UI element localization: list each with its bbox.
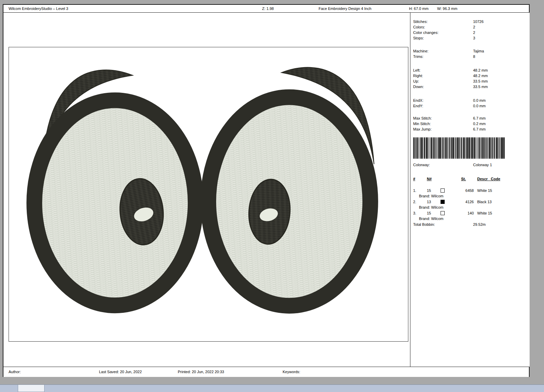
thread-descr: Black 13 <box>477 199 492 205</box>
info-value: 33.5 mm <box>473 78 488 84</box>
thread-num: 3. <box>413 210 416 216</box>
thread-stitches: 140 <box>455 210 474 216</box>
info-row-colors: Colors: 2 <box>410 24 530 30</box>
info-row-up: Up: 33.5 mm <box>410 78 530 84</box>
info-value: 0.0 mm <box>473 98 486 103</box>
colorway-value: Colorway 1 <box>473 162 492 168</box>
info-value: 8 <box>473 54 475 59</box>
page-tab[interactable] <box>18 385 45 392</box>
info-value: 2 <box>473 24 475 30</box>
zoom-level: Z: 1.98 <box>262 7 274 11</box>
total-bobbin-label: Total Bobbin: <box>413 222 435 226</box>
info-label: Down: <box>413 85 424 89</box>
info-row-max-stitch: Max Stitch: 6.7 mm <box>410 115 530 121</box>
design-width: W: 96.3 mm <box>437 7 457 11</box>
info-value: 48.2 mm <box>473 73 488 78</box>
col-header-descr: Descr _Code <box>477 176 500 182</box>
thread-table-header: # N# St. Descr _Code <box>410 176 530 182</box>
info-value: 2 <box>473 30 475 35</box>
total-bobbin-row: Total Bobbin: 29.52m <box>410 222 530 227</box>
info-label: Stops: <box>413 36 424 40</box>
thread-n: 15 <box>427 188 431 193</box>
bottom-bar <box>0 384 544 392</box>
info-row-stitches: Stitches: 10726 <box>410 19 530 24</box>
print-preview-page: Wilcom EmbroideryStudio – Level 3 Z: 1.9… <box>3 4 530 377</box>
thread-brand: Brand: Wilcom <box>410 216 530 222</box>
author-label: Author: <box>9 370 21 374</box>
info-panel: Stitches: 10726 Colors: 2 Color changes:… <box>410 13 530 367</box>
info-value: Tajima <box>473 48 484 54</box>
info-label: EndX: <box>413 98 423 102</box>
total-bobbin-value: 29.52m <box>473 222 486 227</box>
embroidery-design-graphic <box>9 47 408 341</box>
info-value: 10726 <box>473 19 484 24</box>
thread-descr: White 15 <box>477 210 492 216</box>
header-bar: Wilcom EmbroideryStudio – Level 3 Z: 1.9… <box>3 5 529 13</box>
info-row-endy: EndY: 0.0 mm <box>410 103 530 109</box>
col-header-n: N# <box>427 176 432 182</box>
info-label: Up: <box>413 79 419 83</box>
barcode <box>413 137 506 159</box>
info-label: Machine: <box>413 49 429 53</box>
info-value: 6.7 mm <box>473 115 486 121</box>
thread-stitches: 6458 <box>455 188 474 193</box>
col-header-num: # <box>413 176 415 182</box>
thread-n: 15 <box>427 210 431 216</box>
thread-num: 2. <box>413 199 416 205</box>
design-canvas <box>9 47 408 342</box>
info-label: Colors: <box>413 25 425 29</box>
left-eye <box>34 100 196 306</box>
info-value: 6.7 mm <box>473 126 486 132</box>
info-label: Max Jump: <box>413 127 432 131</box>
info-value: 33.5 mm <box>473 84 488 89</box>
thread-brand: Brand: Wilcom <box>410 193 530 199</box>
info-value: 0.2 mm <box>473 121 486 126</box>
thread-num: 1. <box>413 188 416 193</box>
app-title: Wilcom EmbroideryStudio – Level 3 <box>9 7 68 11</box>
last-saved-label: Last Saved: 20 Jun, 2022 <box>99 370 142 374</box>
info-row-min-stitch: Min Stitch: 0.2 mm <box>410 121 530 126</box>
thread-color-swatch <box>441 200 445 204</box>
info-value: 3 <box>473 35 475 41</box>
info-value: 0.0 mm <box>473 103 486 109</box>
info-label: Right: <box>413 74 423 78</box>
info-label: Stitches: <box>413 20 428 24</box>
footer-bar: Author: Last Saved: 20 Jun, 2022 Printed… <box>3 367 529 377</box>
info-label: Min Stitch: <box>413 122 431 126</box>
info-row-machine: Machine: Tajima <box>410 48 530 54</box>
design-height: H: 67.0 mm <box>409 7 429 11</box>
printed-label: Printed: 20 Jun, 2022 20:33 <box>178 370 224 374</box>
thread-row: 1. 15 6458 White 15 <box>410 188 530 193</box>
info-value: 48.2 mm <box>473 68 488 73</box>
info-label: Max Stitch: <box>413 116 432 120</box>
thread-n: 13 <box>427 199 431 205</box>
info-row-endx: EndX: 0.0 mm <box>410 98 530 103</box>
info-row-left: Left: 48.2 mm <box>410 68 530 73</box>
info-row-trims: Trims: 8 <box>410 54 530 59</box>
info-row-color-changes: Color changes: 2 <box>410 30 530 35</box>
design-title: Face Embroidery Design 4 Inch <box>319 7 371 11</box>
info-row-max-jump: Max Jump: 6.7 mm <box>410 126 530 132</box>
info-label: Color changes: <box>413 30 438 35</box>
colorway-row: Colorway: Colorway 1 <box>410 162 530 168</box>
col-header-st: St. <box>461 176 466 182</box>
info-label: EndY: <box>413 104 423 108</box>
info-row-down: Down: 33.5 mm <box>410 84 530 89</box>
keywords-label: Keywords: <box>283 370 300 374</box>
thread-brand: Brand: Wilcom <box>410 205 530 210</box>
info-row-right: Right: 48.2 mm <box>410 73 530 78</box>
thread-row: 3. 15 140 White 15 <box>410 210 530 216</box>
thread-stitches: 4126 <box>455 199 474 205</box>
thread-descr: White 15 <box>477 188 492 193</box>
info-row-stops: Stops: 3 <box>410 35 530 41</box>
thread-row: 2. 13 4126 Black 13 <box>410 199 530 205</box>
colorway-label: Colorway: <box>413 163 430 167</box>
thread-color-swatch <box>441 211 445 215</box>
info-label: Left: <box>413 68 420 72</box>
thread-color-swatch <box>441 188 445 193</box>
info-label: Trims: <box>413 54 423 59</box>
